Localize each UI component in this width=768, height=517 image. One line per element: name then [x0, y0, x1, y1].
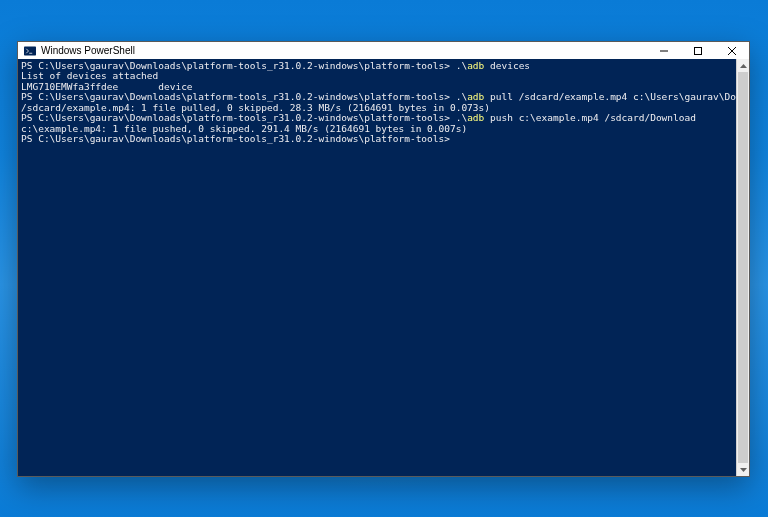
- svg-marker-7: [740, 468, 747, 472]
- svg-marker-6: [740, 64, 747, 68]
- scroll-thumb[interactable]: [738, 72, 748, 463]
- terminal-area: PS C:\Users\gaurav\Downloads\platform-to…: [18, 59, 749, 476]
- prompt: PS C:\Users\gaurav\Downloads\platform-to…: [21, 112, 456, 123]
- svg-rect-0: [24, 46, 36, 55]
- command-prefix: .\: [456, 60, 467, 71]
- titlebar[interactable]: Windows PowerShell: [18, 42, 749, 59]
- terminal-output[interactable]: PS C:\Users\gaurav\Downloads\platform-to…: [18, 59, 736, 476]
- close-button[interactable]: [715, 42, 749, 59]
- powershell-window: Windows PowerShell PS C:\Users\gaurav\Do…: [17, 41, 750, 477]
- scroll-track[interactable]: [737, 72, 749, 463]
- command-highlight: adb: [467, 112, 484, 123]
- command-prefix: .\: [456, 112, 467, 123]
- svg-rect-3: [695, 47, 702, 54]
- maximize-button[interactable]: [681, 42, 715, 59]
- prompt: PS C:\Users\gaurav\Downloads\platform-to…: [21, 133, 456, 144]
- minimize-button[interactable]: [647, 42, 681, 59]
- window-title: Windows PowerShell: [41, 45, 135, 56]
- command-args: devices: [484, 60, 530, 71]
- command-prefix: .\: [456, 91, 467, 102]
- command-args: push c:\example.mp4 /sdcard/Download: [484, 112, 696, 123]
- scroll-up-button[interactable]: [737, 59, 749, 72]
- powershell-icon: [24, 45, 36, 57]
- terminal-line: PS C:\Users\gaurav\Downloads\platform-to…: [21, 134, 733, 144]
- prompt: PS C:\Users\gaurav\Downloads\platform-to…: [21, 60, 456, 71]
- vertical-scrollbar[interactable]: [736, 59, 749, 476]
- command-args: pull /sdcard/example.mp4 c:\Users\gaurav…: [484, 91, 736, 102]
- prompt: PS C:\Users\gaurav\Downloads\platform-to…: [21, 91, 456, 102]
- scroll-down-button[interactable]: [737, 463, 749, 476]
- command-highlight: adb: [467, 91, 484, 102]
- command-highlight: adb: [467, 60, 484, 71]
